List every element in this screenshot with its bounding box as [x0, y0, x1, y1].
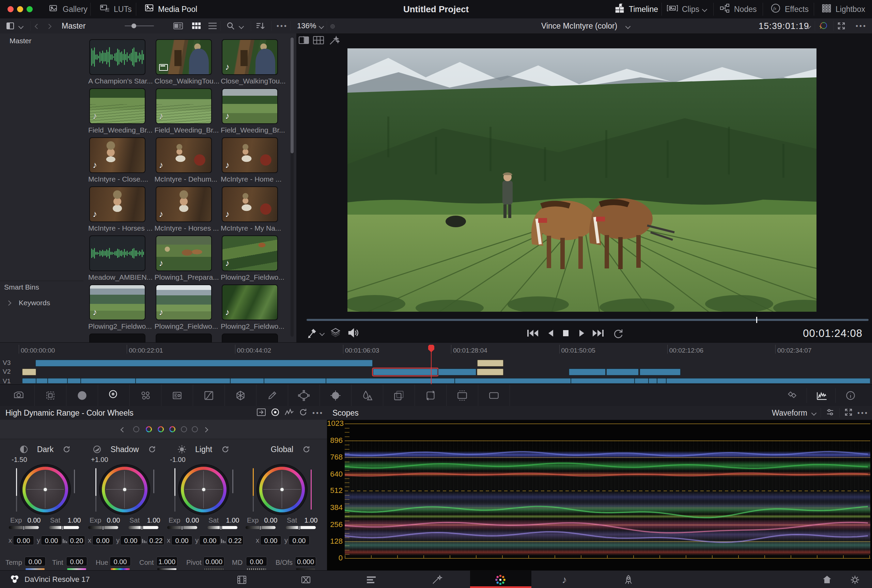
y-value-box[interactable]: 0.00 — [289, 536, 310, 545]
timeline-clip[interactable] — [657, 378, 666, 384]
media-clip-thumbnail[interactable]: ♪ — [89, 88, 145, 124]
shadow-range-icon[interactable] — [93, 445, 102, 454]
viewer-more-options-icon[interactable]: ••• — [856, 18, 867, 33]
media-clip-thumbnail[interactable]: ♪ — [156, 236, 212, 271]
project-manager-icon[interactable] — [819, 574, 835, 586]
keyframes-button[interactable] — [780, 385, 804, 406]
timeline-clip[interactable] — [35, 360, 373, 367]
color-wheel-mode-icon[interactable] — [271, 408, 280, 418]
global-color-wheel[interactable] — [259, 467, 305, 512]
fusion-page-button[interactable] — [429, 574, 445, 586]
dark-range-icon[interactable] — [19, 445, 28, 454]
timeline-clip[interactable] — [569, 369, 605, 375]
wheel-reset-icon[interactable] — [62, 445, 71, 454]
sat-value[interactable]: 1.00 — [224, 516, 241, 524]
color-page-button[interactable] — [492, 574, 509, 586]
key-tool-button[interactable] — [415, 385, 446, 406]
exp-slider[interactable] — [246, 526, 276, 529]
scope-mode-chevron-icon[interactable] — [811, 410, 817, 416]
viewer-scrub-bar[interactable] — [307, 319, 869, 321]
timeline-clip[interactable] — [438, 369, 476, 375]
play-button[interactable] — [577, 327, 587, 340]
light-color-wheel[interactable] — [181, 467, 226, 512]
wheel-set-dot[interactable] — [192, 426, 198, 432]
audio-mute-icon[interactable] — [348, 327, 359, 340]
thumbnail-size-slider[interactable] — [125, 26, 154, 26]
current-clip-name[interactable]: Vince McIntyre (color) — [541, 18, 617, 33]
sat-value[interactable]: 1.00 — [65, 516, 83, 524]
clips-button[interactable]: Clips — [666, 0, 706, 18]
wipe-modes-icon[interactable] — [330, 327, 341, 340]
previous-wheel-set-icon[interactable] — [121, 427, 126, 433]
timeline-clip[interactable] — [22, 369, 36, 375]
exp-slider-notch[interactable] — [102, 526, 104, 530]
media-clip-thumbnail[interactable]: ♪ — [156, 88, 212, 124]
panel-expand-icon[interactable] — [256, 408, 266, 418]
search-icon[interactable] — [226, 21, 235, 32]
falloff-value-box[interactable]: 0.20 — [68, 536, 85, 545]
metadata-view-icon[interactable] — [173, 22, 183, 32]
loop-button[interactable] — [613, 327, 624, 340]
curve-mode-icon[interactable] — [285, 408, 294, 418]
media-clip-thumbnail[interactable]: ♪ — [222, 137, 278, 173]
go-to-last-frame-button[interactable] — [592, 327, 605, 340]
wheel-balance-handle[interactable] — [201, 487, 206, 492]
go-to-first-frame-button[interactable] — [526, 327, 539, 340]
falloff-value-box[interactable]: 0.22 — [226, 536, 244, 545]
color-wheels-tool-button[interactable] — [66, 385, 98, 406]
media-clip-thumbnail[interactable]: ♪ — [222, 236, 278, 271]
rgb-mixer-tool-button[interactable] — [129, 385, 162, 406]
expand-viewer-icon[interactable] — [837, 22, 845, 32]
exp-value[interactable]: 0.00 — [184, 516, 201, 524]
more-options-icon[interactable]: ••• — [277, 18, 288, 33]
temp-value-box[interactable]: 0.00 — [24, 556, 46, 566]
panel-chevron-down-icon[interactable] — [18, 24, 24, 29]
wheel-reset-icon[interactable] — [302, 445, 311, 454]
power-windows-tool-button[interactable] — [288, 385, 320, 406]
x-value-box[interactable]: 0.00 — [13, 536, 34, 545]
wheel-set-dot[interactable] — [133, 426, 139, 432]
enhanced-viewer-icon[interactable] — [818, 21, 828, 32]
back-arrow-icon[interactable] — [35, 24, 40, 29]
zoom-chevron-down-icon[interactable] — [319, 24, 324, 29]
bypass-grades-indicator[interactable] — [330, 24, 335, 28]
timeline-clip[interactable] — [640, 369, 680, 375]
timeline-clip[interactable] — [606, 369, 639, 375]
hdr-grade-tool-button[interactable]: HDR — [98, 385, 130, 406]
tint-value-box[interactable]: 0.00 — [66, 556, 87, 566]
exp-slider[interactable] — [167, 526, 197, 529]
timeline-clip[interactable] — [81, 378, 136, 384]
media-clip-thumbnail-partial[interactable] — [89, 333, 145, 342]
wheel-balance-handle[interactable] — [43, 487, 48, 492]
qualifier-tool-button[interactable] — [256, 385, 288, 406]
timeline-clip[interactable] — [36, 378, 48, 384]
y-value-box[interactable]: 0.00 — [199, 536, 220, 545]
color-match-tool-button[interactable] — [34, 385, 66, 406]
media-pool-button[interactable]: Media Pool — [143, 0, 197, 18]
timeline-clip[interactable] — [48, 378, 67, 384]
falloff-value-box[interactable]: 0.22 — [147, 536, 165, 545]
sizing-tool-button[interactable] — [446, 385, 478, 406]
search-chevron-down-icon[interactable] — [239, 24, 244, 29]
bofs-value-box[interactable]: 0.000 — [295, 556, 316, 566]
split-screen-icon[interactable] — [298, 35, 310, 46]
media-pool-scrollbar[interactable] — [291, 37, 294, 337]
stop-button[interactable] — [561, 327, 571, 340]
timeline-clip[interactable] — [666, 378, 870, 384]
motion-effects-tool-button[interactable] — [161, 385, 193, 406]
media-clip-thumbnail-partial[interactable] — [156, 333, 212, 342]
media-clip-thumbnail[interactable]: ♪ — [89, 285, 145, 320]
timeline-clip[interactable] — [477, 360, 503, 367]
timeline-clip[interactable] — [635, 378, 649, 384]
x-value-box[interactable]: 0.00 — [171, 536, 192, 545]
clip-chevron-down-icon[interactable] — [625, 24, 631, 29]
md-value-box[interactable]: 0.00 — [246, 556, 267, 566]
scopes-button[interactable] — [810, 385, 834, 406]
hue-value-box[interactable]: 0.00 — [110, 556, 131, 566]
wheel-left-slider[interactable] — [16, 468, 17, 496]
color-warper-tool-button[interactable] — [225, 385, 256, 406]
media-page-button[interactable] — [234, 574, 250, 586]
keywords-expand-chevron-icon[interactable] — [6, 300, 12, 306]
wheel-right-slider[interactable] — [311, 470, 312, 510]
exp-value[interactable]: 0.00 — [25, 516, 43, 524]
